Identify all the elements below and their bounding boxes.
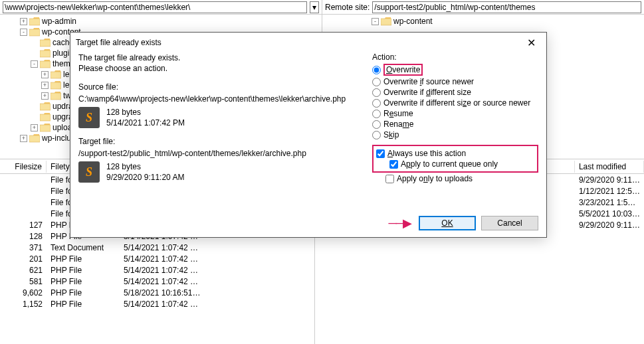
target-file-label: Target file: (78, 136, 366, 147)
checkbox-uploads-only[interactable]: Apply only to uploads (385, 174, 538, 183)
radio-rename[interactable]: Rename (372, 120, 538, 129)
source-file-path: C:\wamp64\www\projects-new\lekker\wp-con… (78, 94, 366, 104)
folder-icon (29, 17, 40, 26)
tree-item-label: wp-content (393, 16, 433, 27)
folder-icon (40, 49, 51, 58)
source-file-size: 128 bytes (106, 107, 185, 118)
local-path-input[interactable] (3, 1, 307, 13)
dropdown-icon[interactable]: ▾ (310, 1, 319, 13)
list-item[interactable]: 201PHP File5/14/2021 1:07:42 … (0, 253, 314, 264)
checkbox-always[interactable]: Always use this action (376, 149, 534, 158)
folder-icon (40, 113, 51, 122)
list-item[interactable]: 581PHP File5/14/2021 1:07:42 … (0, 276, 314, 287)
target-file-size: 128 bytes (106, 161, 184, 172)
folder-icon (40, 39, 51, 47)
tree-spacer (31, 103, 38, 110)
radio-overwrite-diff-newer[interactable]: Overwrite if different size or source ne… (372, 98, 538, 108)
action-label: Action: (372, 52, 538, 62)
radio-resume[interactable]: Resume (372, 109, 538, 118)
source-file-label: Source file: (78, 82, 366, 92)
expand-icon[interactable]: + (20, 18, 27, 25)
close-icon[interactable]: ✕ (522, 35, 541, 50)
folder-icon (40, 102, 51, 111)
radio-overwrite-newer[interactable]: Overwrite if source newer (372, 77, 538, 86)
collapse-icon[interactable]: - (372, 18, 379, 25)
tree-item[interactable]: -wp-content (372, 16, 644, 27)
folder-icon (40, 60, 51, 68)
tree-spacer (31, 50, 38, 57)
col-filesize[interactable]: Filesize (0, 161, 47, 173)
folder-icon (51, 81, 61, 90)
radio-overwrite[interactable]: OOverwriteverwrite (372, 64, 538, 76)
list-item[interactable]: 9,602PHP File5/18/2021 10:16:51… (0, 287, 314, 298)
remote-path-bar: Remote site: (322, 0, 644, 15)
expand-icon[interactable]: + (41, 92, 49, 100)
folder-icon (29, 134, 40, 143)
remote-path-input[interactable] (372, 1, 641, 13)
tree-spacer (31, 39, 38, 46)
file-type-icon: S (78, 107, 100, 128)
dialog-title: Target file already exists (76, 38, 161, 47)
overwrite-dialog: Target file already exists ✕ The target … (70, 32, 547, 238)
collapse-icon[interactable]: - (31, 60, 38, 68)
ok-button[interactable]: OK (419, 216, 476, 230)
list-item[interactable]: 371Text Document5/14/2021 1:07:42 … (0, 242, 314, 253)
expand-icon[interactable]: + (41, 71, 49, 78)
radio-skip[interactable]: Skip (372, 130, 538, 139)
source-file-date: 5/14/2021 1:07:42 PM (106, 118, 185, 128)
target-file-path: /support-test2/public_html/wp-content/th… (78, 148, 366, 159)
folder-icon (51, 92, 61, 100)
file-type-icon: S (78, 161, 100, 183)
checkbox-queue-only[interactable]: Apply to current queue only (389, 159, 534, 169)
folder-icon (51, 70, 61, 79)
tree-item[interactable]: +wp-admin (20, 16, 322, 27)
local-path-bar: ▾ (0, 0, 322, 15)
target-file-date: 9/29/2020 9:11:20 AM (106, 172, 184, 183)
annotation-arrow: ──▶ (388, 216, 411, 230)
folder-icon (29, 28, 40, 37)
folder-icon (40, 124, 51, 132)
list-item[interactable]: 1,152PHP File5/14/2021 1:07:42 … (0, 298, 314, 309)
tree-item-label: wp-admin (42, 16, 76, 27)
collapse-icon[interactable]: - (20, 29, 27, 36)
expand-icon[interactable]: + (20, 135, 27, 142)
dialog-message: The target file already exists. (78, 52, 366, 63)
radio-overwrite-diffsize[interactable]: Overwrite if different size (372, 88, 538, 97)
folder-icon (381, 17, 391, 26)
remote-site-label: Remote site: (325, 3, 370, 12)
list-item[interactable]: 621PHP File5/14/2021 1:07:42 … (0, 264, 314, 276)
col-modified[interactable]: Last modified (575, 161, 644, 173)
expand-icon[interactable]: + (41, 82, 49, 89)
dialog-message: Please choose an action. (78, 63, 366, 74)
cancel-button[interactable]: Cancel (481, 216, 538, 230)
expand-icon[interactable]: + (31, 124, 38, 131)
tree-spacer (31, 114, 38, 121)
